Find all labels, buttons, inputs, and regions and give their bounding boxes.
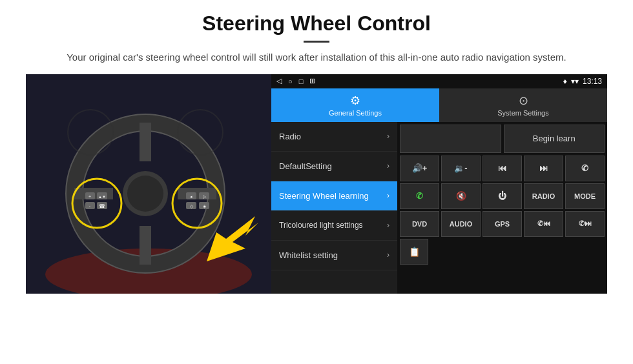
power-button[interactable]: ⏻ (483, 183, 522, 209)
svg-text:+: + (88, 194, 91, 199)
content-area: + - ▲▼ ☎ ◂ ◇ ▷ ◈ (26, 74, 607, 294)
menu-tricoloured-label: Tricoloured light settings (279, 221, 363, 230)
tab-general-label: General Settings (329, 109, 382, 117)
page-container: Steering Wheel Control Your original car… (0, 0, 633, 300)
menu-default-label: DefaultSetting (279, 161, 332, 171)
svg-point-9 (127, 176, 163, 212)
call-answer-button[interactable]: ✆ (400, 183, 439, 209)
radio-mode-button[interactable]: RADIO (524, 183, 563, 209)
radio-input-empty (400, 125, 501, 153)
chevron-right-icon: › (387, 132, 389, 141)
menu-whitelist-label: Whitelist setting (279, 250, 338, 260)
menu-item-steering[interactable]: Steering Wheel learning › (271, 181, 397, 211)
phone-button[interactable]: ✆ (565, 156, 605, 181)
menu-item-default[interactable]: DefaultSetting › (271, 152, 397, 181)
status-bar: ◁ ○ □ ⊞ ♦ ▾▾ 13:13 (271, 74, 607, 88)
recents-nav-icon[interactable]: □ (299, 77, 304, 85)
mute-button[interactable]: 🔇 (441, 183, 481, 209)
menu-item-whitelist[interactable]: Whitelist setting › (271, 241, 397, 270)
title-divider (304, 41, 329, 43)
page-subtitle: Your original car's steering wheel contr… (65, 50, 568, 65)
back-nav-icon[interactable]: ◁ (276, 77, 282, 85)
tab-system-settings[interactable]: ⊙ System Settings (439, 88, 607, 122)
clock: 13:13 (583, 77, 602, 86)
status-indicators: ♦ ▾▾ 13:13 (563, 77, 602, 86)
phone-prev-button[interactable]: ✆⏮ (524, 211, 563, 237)
whitelist-row: 📋 (400, 239, 605, 265)
chevron-right-icon: › (387, 191, 389, 200)
radio-begin-row: Begin learn (400, 125, 605, 153)
grid-nav-icon[interactable]: ⊞ (309, 77, 315, 85)
location-icon: ♦ (563, 77, 567, 86)
audio-button[interactable]: AUDIO (441, 211, 481, 237)
controls-grid-row2: ✆ 🔇 ⏻ RADIO MODE (400, 183, 605, 209)
main-content: Radio › DefaultSetting › Steering Wheel … (271, 122, 607, 294)
list-icon: 📋 (409, 247, 420, 257)
title-section: Steering Wheel Control Your original car… (26, 12, 607, 65)
signal-icon: ▾▾ (571, 77, 579, 86)
begin-learn-button[interactable]: Begin learn (504, 125, 605, 153)
next-track-button[interactable]: ⏭ (524, 156, 563, 181)
tab-general-settings[interactable]: ⚙ General Settings (271, 88, 439, 122)
chevron-right-icon: › (387, 221, 389, 230)
phone-next-button[interactable]: ✆⏭ (565, 211, 605, 237)
whitelist-icon-button[interactable]: 📋 (400, 239, 428, 265)
android-ui-panel: ◁ ○ □ ⊞ ♦ ▾▾ 13:13 ⚙ General Settings (271, 74, 607, 294)
general-settings-icon: ⚙ (350, 94, 360, 108)
vol-down-button[interactable]: 🔉- (441, 156, 481, 181)
dvd-button[interactable]: DVD (400, 211, 439, 237)
mode-button[interactable]: MODE (565, 183, 605, 209)
status-nav-icons: ◁ ○ □ ⊞ (276, 77, 315, 85)
menu-item-tricoloured[interactable]: Tricoloured light settings › (271, 211, 397, 241)
svg-text:☎: ☎ (99, 203, 105, 209)
menu-item-radio[interactable]: Radio › (271, 122, 397, 152)
settings-menu: Radio › DefaultSetting › Steering Wheel … (271, 122, 397, 294)
controls-grid-row1: 🔊+ 🔉- ⏮ ⏭ ✆ (400, 156, 605, 181)
menu-steering-label: Steering Wheel learning (279, 191, 369, 201)
svg-text:▲▼: ▲▼ (98, 195, 106, 199)
steering-wheel-svg: + - ▲▼ ☎ ◂ ◇ ▷ ◈ (26, 74, 271, 294)
svg-text:◂: ◂ (190, 194, 192, 199)
prev-track-button[interactable]: ⏮ (483, 156, 522, 181)
controls-panel: Begin learn 🔊+ 🔉- ⏮ (397, 122, 607, 294)
vol-up-button[interactable]: 🔊+ (400, 156, 439, 181)
menu-radio-label: Radio (279, 132, 301, 141)
steering-wheel-image: + - ▲▼ ☎ ◂ ◇ ▷ ◈ (26, 74, 271, 294)
tab-system-label: System Settings (497, 109, 548, 117)
gps-button[interactable]: GPS (483, 211, 522, 237)
system-settings-icon: ⊙ (519, 94, 528, 108)
tab-bar: ⚙ General Settings ⊙ System Settings (271, 88, 607, 122)
controls-grid-row3: DVD AUDIO GPS ✆⏮ ✆⏭ (400, 211, 605, 237)
page-title: Steering Wheel Control (26, 12, 607, 35)
chevron-right-icon: › (387, 161, 389, 170)
home-nav-icon[interactable]: ○ (288, 77, 293, 85)
chevron-right-icon: › (387, 250, 389, 259)
